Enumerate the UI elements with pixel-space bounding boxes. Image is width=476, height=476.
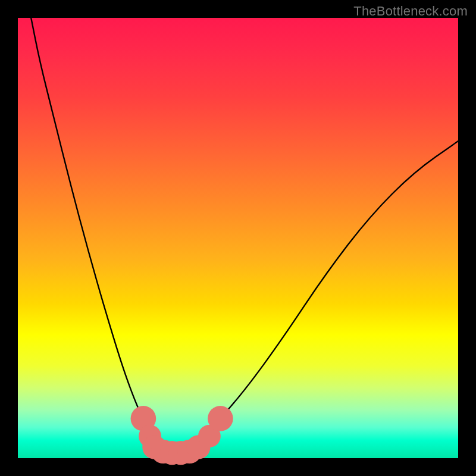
curve-markers	[131, 406, 233, 465]
curve-svg	[18, 18, 458, 458]
watermark-text: TheBottleneck.com	[353, 4, 468, 19]
bottleneck-curve	[31, 18, 458, 453]
plot-area	[18, 18, 458, 458]
curve-marker	[208, 406, 233, 431]
outer-frame: TheBottleneck.com	[0, 0, 476, 476]
